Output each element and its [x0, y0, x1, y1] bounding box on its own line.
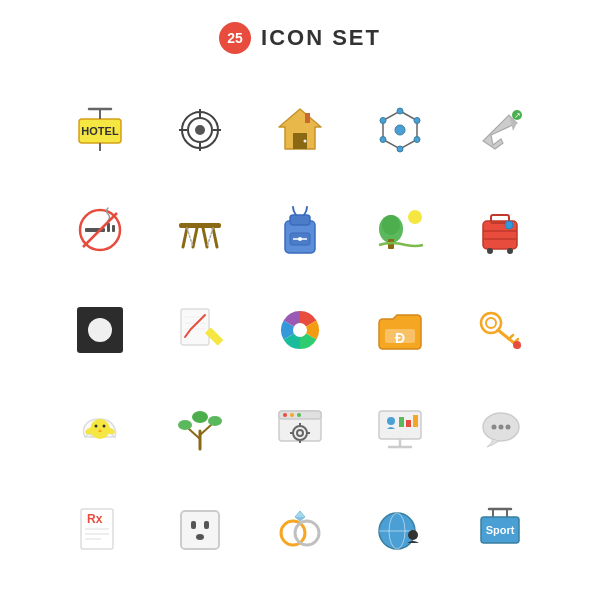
svg-point-19 [414, 137, 420, 143]
page-title: ICON SET [261, 25, 381, 51]
svg-point-61 [293, 323, 307, 337]
icon-hotel[interactable]: HOTEL [52, 82, 148, 178]
icon-airplane[interactable]: ↗ [452, 82, 548, 178]
svg-point-79 [178, 420, 192, 430]
svg-point-114 [295, 521, 319, 545]
svg-line-78 [200, 425, 211, 435]
svg-rect-109 [181, 511, 219, 549]
svg-point-46 [408, 210, 422, 224]
svg-line-32 [183, 228, 187, 247]
svg-point-52 [507, 248, 513, 254]
svg-point-102 [499, 425, 504, 430]
icon-house[interactable] [252, 82, 348, 178]
svg-point-101 [492, 425, 497, 430]
icon-prescription[interactable]: Rx [52, 482, 148, 578]
svg-point-42 [298, 237, 302, 241]
svg-point-120 [408, 530, 418, 540]
icon-chick[interactable] [52, 382, 148, 478]
icon-tree-nature[interactable] [352, 182, 448, 278]
icon-socket[interactable] [152, 482, 248, 578]
svg-rect-110 [191, 521, 196, 529]
svg-text:Rx: Rx [87, 512, 103, 526]
icon-chat[interactable] [452, 382, 548, 478]
svg-point-85 [290, 413, 294, 417]
icon-key[interactable] [452, 282, 548, 378]
icon-backpack[interactable] [252, 182, 348, 278]
svg-text:Ð: Ð [395, 330, 405, 346]
svg-point-71 [95, 425, 98, 428]
svg-line-67 [509, 335, 513, 339]
icon-browser-settings[interactable] [252, 382, 348, 478]
svg-rect-15 [305, 113, 310, 123]
svg-point-22 [380, 118, 386, 124]
svg-point-44 [382, 215, 400, 235]
svg-text:Sport: Sport [486, 524, 515, 536]
svg-point-18 [414, 118, 420, 124]
icons-grid: HOTEL [42, 72, 558, 588]
icon-target[interactable] [152, 82, 248, 178]
svg-point-14 [304, 140, 307, 143]
icon-luggage[interactable] [452, 182, 548, 278]
svg-rect-111 [204, 521, 209, 529]
svg-point-23 [395, 125, 405, 135]
svg-point-86 [297, 413, 301, 417]
svg-point-112 [196, 534, 204, 540]
svg-rect-97 [399, 417, 404, 427]
svg-point-55 [88, 318, 112, 342]
svg-point-21 [380, 137, 386, 143]
svg-line-34 [203, 228, 207, 247]
svg-line-35 [213, 228, 217, 247]
icon-count-badge: 25 [219, 22, 251, 54]
icon-globe-football[interactable] [352, 482, 448, 578]
icon-color-wheel[interactable] [252, 282, 348, 378]
svg-point-53 [505, 221, 513, 229]
svg-point-81 [192, 411, 208, 423]
svg-point-84 [283, 413, 287, 417]
icon-folder[interactable]: Ð [352, 282, 448, 378]
icon-table[interactable] [152, 182, 248, 278]
svg-point-72 [103, 425, 106, 428]
svg-point-20 [397, 146, 403, 152]
svg-line-77 [189, 429, 200, 439]
page-header: 25 ICON SET [219, 22, 381, 54]
svg-point-17 [397, 108, 403, 114]
icon-presentation[interactable] [352, 382, 448, 478]
svg-rect-98 [406, 420, 411, 427]
svg-rect-31 [179, 223, 221, 228]
svg-point-113 [281, 521, 305, 545]
svg-point-69 [513, 341, 521, 349]
icon-darkmode[interactable] [52, 282, 148, 378]
svg-rect-29 [112, 225, 115, 232]
icon-network[interactable] [352, 82, 448, 178]
icon-rings[interactable] [252, 482, 348, 578]
svg-point-7 [195, 125, 205, 135]
svg-point-103 [506, 425, 511, 430]
icon-sport[interactable]: Sport [452, 482, 548, 578]
svg-rect-99 [413, 415, 418, 427]
svg-point-51 [487, 248, 493, 254]
svg-line-33 [193, 228, 197, 247]
icon-plant[interactable] [152, 382, 248, 478]
svg-point-65 [486, 318, 496, 328]
svg-point-80 [208, 416, 222, 426]
icon-growth-chart[interactable] [152, 282, 248, 378]
svg-rect-39 [290, 215, 310, 225]
svg-text:HOTEL: HOTEL [81, 125, 119, 137]
icon-nosmoking[interactable] [52, 182, 148, 278]
svg-text:↗: ↗ [514, 111, 521, 120]
svg-rect-28 [107, 223, 110, 232]
svg-point-96 [387, 417, 395, 425]
